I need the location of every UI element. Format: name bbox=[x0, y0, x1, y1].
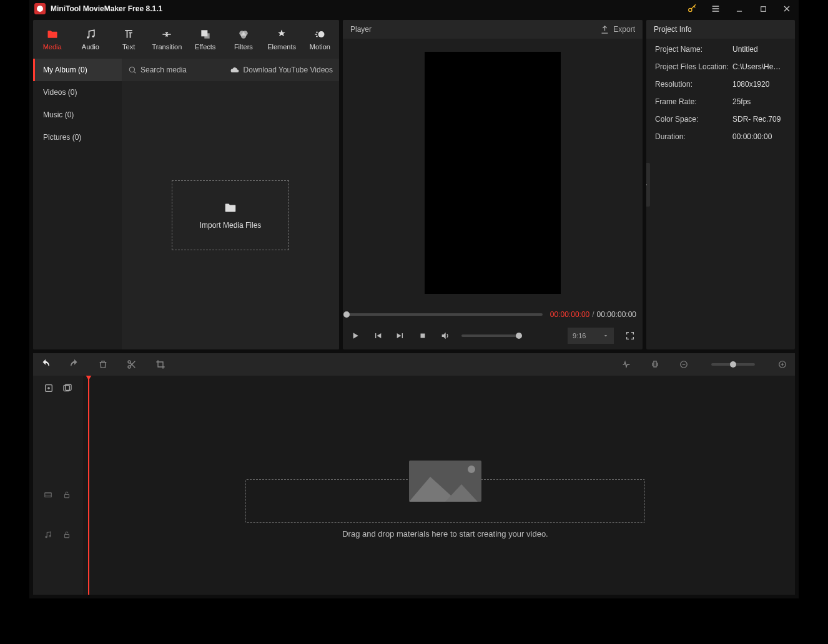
info-value: Untitled bbox=[732, 45, 786, 54]
crop-button[interactable] bbox=[154, 358, 167, 371]
text-icon bbox=[122, 28, 135, 41]
player-panel: Player Export 00:00:00:00 / 00:00:00:00 bbox=[343, 20, 643, 349]
sidebar-item-1[interactable]: Videos (0) bbox=[33, 81, 122, 104]
music-icon bbox=[84, 28, 97, 41]
timeline-track-headers bbox=[33, 376, 83, 595]
download-youtube-label: Download YouTube Videos bbox=[244, 66, 333, 74]
info-value: 00:00:00:00 bbox=[732, 132, 786, 141]
volume-slider[interactable] bbox=[461, 334, 519, 337]
svg-rect-2 bbox=[761, 6, 766, 11]
video-frame bbox=[425, 52, 561, 294]
player-preview bbox=[343, 39, 643, 307]
svg-rect-12 bbox=[421, 334, 425, 338]
info-key: Duration: bbox=[655, 132, 732, 141]
search-input[interactable]: Search media bbox=[128, 66, 225, 74]
sidebar-item-2[interactable]: Music (0) bbox=[33, 104, 122, 126]
image-placeholder-icon bbox=[409, 461, 481, 502]
snap-button[interactable] bbox=[620, 358, 633, 371]
chevron-right-icon bbox=[646, 181, 649, 188]
stop-button[interactable] bbox=[416, 329, 429, 342]
import-media-label: Import Media Files bbox=[200, 221, 262, 230]
tab-effects[interactable]: Effects bbox=[186, 20, 224, 59]
audio-track-lock-button[interactable] bbox=[62, 530, 72, 540]
app-logo-icon bbox=[34, 3, 46, 14]
tab-label: Audio bbox=[82, 43, 99, 51]
hamburger-menu-icon[interactable] bbox=[706, 0, 725, 17]
info-row: Duration:00:00:00:00 bbox=[655, 132, 786, 141]
elements-icon bbox=[275, 28, 288, 41]
info-key: Project Files Location: bbox=[655, 62, 732, 71]
transition-icon bbox=[160, 28, 173, 41]
timeline-tracks[interactable]: Drag and drop materials here to start cr… bbox=[83, 376, 795, 595]
play-button[interactable] bbox=[349, 329, 362, 342]
aspect-ratio-select[interactable]: 9:16 bbox=[568, 328, 614, 344]
next-frame-button[interactable] bbox=[394, 329, 407, 342]
minimize-button[interactable] bbox=[730, 0, 749, 17]
tab-text[interactable]: Text bbox=[110, 20, 148, 59]
svg-rect-21 bbox=[45, 493, 52, 497]
folder-icon bbox=[46, 28, 59, 41]
zoom-in-button[interactable] bbox=[776, 358, 789, 371]
time-separator: / bbox=[592, 310, 594, 319]
panel-collapse-handle[interactable] bbox=[646, 163, 650, 207]
volume-button[interactable] bbox=[439, 329, 451, 342]
info-value: C:\Users\He… bbox=[732, 62, 786, 71]
redo-button[interactable] bbox=[68, 358, 81, 371]
download-youtube-button[interactable]: Download YouTube Videos bbox=[230, 66, 333, 74]
export-button[interactable]: Export bbox=[600, 25, 635, 34]
import-media-button[interactable]: Import Media Files bbox=[172, 180, 289, 250]
info-row: Project Files Location:C:\Users\He… bbox=[655, 62, 786, 71]
svg-point-0 bbox=[37, 6, 43, 12]
info-key: Color Space: bbox=[655, 115, 732, 124]
export-label: Export bbox=[613, 25, 635, 34]
info-row: Resolution:1080x1920 bbox=[655, 80, 786, 89]
add-track-button[interactable] bbox=[44, 383, 54, 393]
track-manager-button[interactable] bbox=[62, 383, 72, 393]
seek-slider[interactable] bbox=[347, 313, 543, 316]
split-button[interactable] bbox=[126, 358, 138, 371]
close-button[interactable] bbox=[777, 0, 796, 17]
title-bar: MiniTool MovieMaker Free 8.1.1 bbox=[29, 0, 799, 17]
tab-media[interactable]: Media bbox=[33, 20, 71, 59]
app-title: MiniTool MovieMaker Free 8.1.1 bbox=[51, 4, 162, 13]
timeline-toolbar bbox=[33, 353, 795, 376]
activate-key-icon[interactable] bbox=[683, 0, 701, 17]
tab-motion[interactable]: Motion bbox=[301, 20, 339, 59]
folder-add-icon bbox=[222, 201, 239, 215]
motion-icon bbox=[313, 28, 326, 41]
tab-label: Transition bbox=[152, 43, 182, 51]
info-key: Frame Rate: bbox=[655, 97, 732, 106]
svg-point-9 bbox=[241, 33, 246, 38]
tab-filters[interactable]: Filters bbox=[224, 20, 262, 59]
tab-audio[interactable]: Audio bbox=[71, 20, 109, 59]
tab-elements[interactable]: Elements bbox=[263, 20, 301, 59]
tab-transition[interactable]: Transition bbox=[148, 20, 186, 59]
player-title: Player bbox=[350, 25, 372, 34]
effects-icon bbox=[199, 28, 212, 41]
chevron-down-icon bbox=[603, 333, 609, 339]
svg-rect-6 bbox=[204, 33, 209, 38]
tab-label: Filters bbox=[234, 43, 253, 51]
video-track-icon bbox=[44, 490, 54, 500]
delete-button[interactable] bbox=[97, 358, 109, 371]
prev-frame-button[interactable] bbox=[372, 329, 384, 342]
maximize-button[interactable] bbox=[754, 0, 772, 17]
zoom-out-button[interactable] bbox=[678, 358, 690, 371]
media-toolbar: Search media Download YouTube Videos bbox=[122, 59, 339, 81]
zoom-slider[interactable] bbox=[711, 363, 755, 366]
time-current: 00:00:00:00 bbox=[550, 310, 589, 319]
sidebar-item-0[interactable]: My Album (0) bbox=[33, 59, 122, 81]
svg-rect-25 bbox=[65, 534, 69, 537]
svg-rect-22 bbox=[65, 494, 69, 497]
fullscreen-button[interactable] bbox=[624, 329, 636, 342]
marker-button[interactable] bbox=[649, 358, 661, 371]
sidebar-item-3[interactable]: Pictures (0) bbox=[33, 126, 122, 149]
undo-button[interactable] bbox=[39, 358, 52, 371]
svg-point-10 bbox=[318, 31, 325, 37]
svg-point-3 bbox=[87, 36, 89, 38]
video-track-lock-button[interactable] bbox=[62, 490, 72, 500]
main-tabs: MediaAudioTextTransitionEffectsFiltersEl… bbox=[33, 20, 339, 59]
playhead[interactable] bbox=[88, 376, 89, 595]
audio-track-icon bbox=[44, 530, 54, 540]
svg-rect-15 bbox=[654, 361, 656, 367]
